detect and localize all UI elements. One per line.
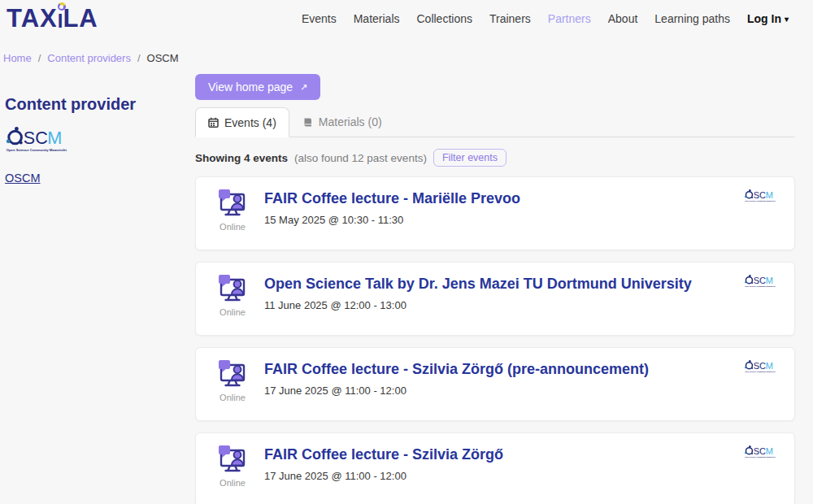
oscm-logo-small: SC M Open Science Community Maastricht xyxy=(744,359,781,374)
svg-text:M: M xyxy=(766,361,773,371)
sidebar-provider-link[interactable]: OSCM xyxy=(5,172,41,185)
events-list: Online FAIR Coffee lecture - Mariëlle Pr… xyxy=(195,176,795,504)
event-body: FAIR Coffee lecture - Szilvia Zörgő (pre… xyxy=(264,358,744,397)
breadcrumb: Home / Content providers / OSCM xyxy=(0,33,813,64)
book-icon xyxy=(302,117,313,128)
external-link-icon: ↗ xyxy=(300,82,307,93)
nav-item-about[interactable]: About xyxy=(608,12,638,25)
logo-text-prefix: TAX xyxy=(7,5,58,33)
online-badge-label: Online xyxy=(209,478,256,488)
main-content: View home page ↗ Events (4) xyxy=(195,74,795,504)
svg-text:Open Science Community Maastri: Open Science Community Maastricht xyxy=(745,200,776,202)
event-card[interactable]: Online Open Science Talk by Dr. Jens Maz… xyxy=(195,262,795,336)
svg-text:M: M xyxy=(766,190,773,200)
event-body: FAIR Coffee lecture - Mariëlle Prevoo 15… xyxy=(264,188,744,226)
tab-events[interactable]: Events (4) xyxy=(195,107,289,137)
online-meeting-icon xyxy=(216,274,249,303)
nav-item-trainers[interactable]: Trainers xyxy=(489,12,531,25)
tabs: Events (4) Materials (0) xyxy=(195,107,795,137)
header: TAXILA Events Materials Collections Trai… xyxy=(0,0,813,33)
event-card[interactable]: Online FAIR Coffee lecture - Szilvia Zör… xyxy=(195,347,795,421)
breadcrumb-separator: / xyxy=(137,52,141,64)
breadcrumb-home-link[interactable]: Home xyxy=(3,52,32,64)
breadcrumb-current: OSCM xyxy=(147,52,179,64)
event-card[interactable]: Online FAIR Coffee lecture - Mariëlle Pr… xyxy=(195,176,795,250)
nav-item-materials[interactable]: Materials xyxy=(354,12,400,25)
svg-text:Open Science Community Maastri: Open Science Community Maastricht xyxy=(745,371,776,372)
svg-text:Open Science Community Maastri: Open Science Community Maastricht xyxy=(745,285,776,287)
oscm-logo-small: SC M Open Science Community Maastricht xyxy=(744,189,781,203)
online-badge-label: Online xyxy=(209,307,256,317)
svg-text:Open Science Community Maastri: Open Science Community Maastricht xyxy=(7,148,67,152)
tab-materials[interactable]: Materials (0) xyxy=(289,107,395,137)
view-home-page-button[interactable]: View home page ↗ xyxy=(195,74,320,100)
event-format-badge: Online xyxy=(209,358,256,402)
online-badge-label: Online xyxy=(209,393,256,402)
event-datetime: 15 May 2025 @ 10:30 - 11:30 xyxy=(264,214,744,226)
event-datetime: 11 June 2025 @ 12:00 - 13:00 xyxy=(264,299,744,311)
svg-text:SC: SC xyxy=(754,446,766,456)
svg-text:SC: SC xyxy=(754,190,766,200)
event-datetime: 17 June 2025 @ 11:00 - 12:00 xyxy=(264,385,744,397)
online-meeting-icon xyxy=(216,445,249,474)
filter-events-button[interactable]: Filter events xyxy=(433,149,506,167)
nav-item-partners[interactable]: Partners xyxy=(548,12,591,25)
svg-text:M: M xyxy=(47,128,62,148)
logo-ring-icon xyxy=(58,2,66,11)
nav-item-learning-paths[interactable]: Learning paths xyxy=(654,12,730,25)
oscm-logo: SC M Open Science Community Maastricht xyxy=(5,125,78,154)
login-menu[interactable]: Log In▾ xyxy=(747,12,789,25)
sidebar: Content provider SC M Open Science Commu… xyxy=(0,74,195,504)
page: TAXILA Events Materials Collections Trai… xyxy=(0,0,813,504)
caret-down-icon: ▾ xyxy=(785,15,789,24)
event-body: Open Science Talk by Dr. Jens Mazei TU D… xyxy=(264,273,744,311)
calendar-icon xyxy=(208,117,219,128)
event-title-link[interactable]: Open Science Talk by Dr. Jens Mazei TU D… xyxy=(264,276,692,293)
online-meeting-icon xyxy=(216,189,249,218)
breadcrumb-separator: / xyxy=(38,52,41,64)
svg-text:SC: SC xyxy=(754,361,766,371)
event-title-link[interactable]: FAIR Coffee lecture - Mariëlle Prevoo xyxy=(264,190,520,208)
logo-text-suffix: LA xyxy=(63,5,98,33)
event-title-link[interactable]: FAIR Coffee lecture - Szilvia Zörgő xyxy=(264,446,503,464)
event-body: FAIR Coffee lecture - Szilvia Zörgő 17 J… xyxy=(264,444,744,482)
nav-item-collections[interactable]: Collections xyxy=(417,12,472,25)
nav-item-events[interactable]: Events xyxy=(302,12,337,25)
event-title-link[interactable]: FAIR Coffee lecture - Szilvia Zörgő (pre… xyxy=(264,361,649,379)
showing-count: Showing 4 events xyxy=(195,152,288,164)
online-meeting-icon xyxy=(216,359,249,389)
oscm-logo-small: SC M Open Science Community Maastricht xyxy=(744,274,781,289)
logo-letter-i: I xyxy=(58,10,63,33)
online-badge-label: Online xyxy=(209,222,256,232)
event-datetime: 17 June 2025 @ 11:00 - 12:00 xyxy=(264,470,744,482)
top-nav: Events Materials Collections Trainers Pa… xyxy=(302,12,789,25)
svg-text:SC: SC xyxy=(754,276,766,285)
svg-text:Open Science Community Maastri: Open Science Community Maastricht xyxy=(745,456,776,458)
event-format-badge: Online xyxy=(209,444,256,488)
svg-text:M: M xyxy=(766,276,773,285)
event-format-badge: Online xyxy=(209,273,256,317)
svg-text:M: M xyxy=(766,446,773,456)
event-card[interactable]: Online FAIR Coffee lecture - Szilvia Zör… xyxy=(195,432,795,504)
event-format-badge: Online xyxy=(209,188,256,232)
svg-text:SC: SC xyxy=(24,128,48,148)
breadcrumb-content-providers-link[interactable]: Content providers xyxy=(47,52,131,64)
past-events-note: (also found 12 past events) xyxy=(294,152,427,164)
taxila-logo[interactable]: TAXILA xyxy=(7,5,98,33)
oscm-logo-small: SC M Open Science Community Maastricht xyxy=(744,445,781,459)
results-summary: Showing 4 events (also found 12 past eve… xyxy=(195,149,795,167)
page-title: Content provider xyxy=(5,95,187,114)
